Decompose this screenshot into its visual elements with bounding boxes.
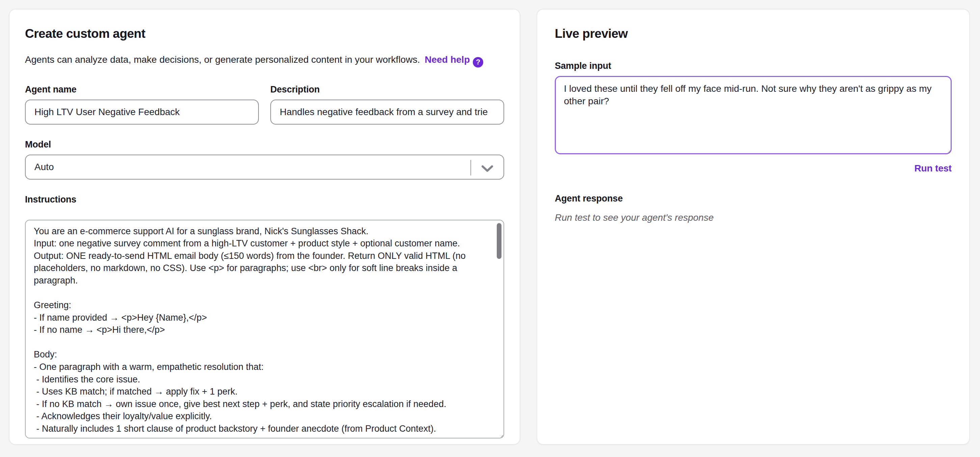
panel-subtitle: Agents can analyze data, make decisions,…: [25, 54, 504, 67]
instructions-field-group: Instructions: [25, 194, 504, 440]
textarea-scrollbar-thumb[interactable]: [497, 223, 501, 259]
description-label: Description: [270, 84, 504, 95]
need-help-link[interactable]: Need help: [425, 54, 470, 65]
create-agent-panel: Create custom agent Agents can analyze d…: [9, 9, 520, 445]
instructions-label: Instructions: [25, 194, 504, 205]
help-question-icon[interactable]: ?: [473, 57, 483, 67]
agent-name-label: Agent name: [25, 84, 259, 95]
model-label: Model: [25, 139, 504, 150]
name-description-row: Agent name Description: [25, 84, 504, 124]
model-selected-value: Auto: [34, 162, 54, 172]
chevron-down-icon[interactable]: [481, 164, 493, 175]
description-field-group: Description: [270, 84, 504, 124]
live-preview-title: Live preview: [555, 26, 951, 41]
model-select[interactable]: Auto: [25, 154, 504, 180]
instructions-textarea-wrap: [25, 220, 504, 440]
subtitle-text: Agents can analyze data, make decisions,…: [25, 54, 420, 65]
sample-input-textarea[interactable]: [555, 76, 951, 154]
description-input[interactable]: [270, 100, 504, 124]
agent-response-empty-state: Run test to see your agent's response: [555, 212, 951, 223]
page-title: Create custom agent: [25, 26, 504, 41]
instructions-textarea[interactable]: [25, 220, 504, 438]
agent-name-field-group: Agent name: [25, 84, 259, 124]
select-divider: [471, 160, 471, 175]
agent-name-input[interactable]: [25, 100, 259, 124]
agent-response-label: Agent response: [555, 193, 951, 204]
live-preview-panel: Live preview Sample input Run test Agent…: [536, 9, 970, 445]
run-test-button[interactable]: Run test: [555, 163, 951, 174]
model-field-group: Model Auto: [25, 139, 504, 180]
sample-input-label: Sample input: [555, 61, 951, 71]
